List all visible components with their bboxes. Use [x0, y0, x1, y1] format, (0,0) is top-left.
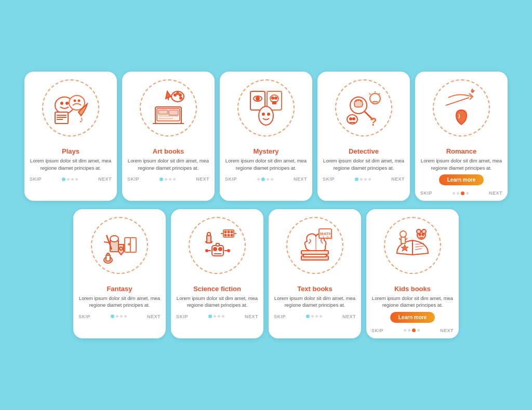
svg-point-62	[228, 250, 230, 252]
scifi-nav: SKIP NEXT	[171, 312, 263, 319]
dot-2	[311, 315, 314, 318]
mystery-skip[interactable]: SKIP	[225, 176, 237, 182]
svg-point-88	[417, 229, 421, 234]
svg-point-69	[231, 231, 233, 233]
artbooks-title: Art books	[153, 147, 184, 155]
svg-point-12	[174, 94, 176, 96]
textbooks-next[interactable]: NEXT	[342, 314, 356, 319]
dot-4	[417, 329, 420, 332]
card-scifi: Science fiction Lorem ipsum dolor sit di…	[171, 209, 263, 338]
svg-point-24	[256, 97, 259, 100]
svg-point-46	[110, 236, 118, 242]
kidsbooks-icon-area	[366, 209, 459, 282]
dot-1	[404, 329, 406, 332]
detective-next[interactable]: NEXT	[391, 176, 405, 182]
artbooks-next[interactable]: NEXT	[196, 176, 209, 182]
romance-skip[interactable]: SKIP	[420, 190, 432, 196]
scifi-skip[interactable]: SKIP	[176, 314, 188, 319]
mystery-desc: Lorem ipsum dolor sit dim amet, mea regi…	[220, 157, 312, 171]
romance-icon-area	[415, 72, 508, 144]
textbooks-nav: SKIP NEXT	[269, 312, 361, 319]
kidsbooks-learn-more-button[interactable]: Learn more	[390, 312, 435, 323]
romance-title: Romance	[446, 147, 477, 155]
dot-2	[67, 178, 70, 181]
dot-4	[173, 178, 176, 181]
plays-icon-area: ♪	[24, 72, 117, 144]
svg-point-68	[228, 231, 230, 233]
romance-nav: SKIP NEXT	[415, 188, 508, 196]
dot-3	[169, 178, 171, 181]
svg-point-57	[219, 248, 222, 251]
kidsbooks-skip[interactable]: SKIP	[371, 328, 383, 333]
scifi-dashed-circle	[189, 217, 246, 274]
svg-point-42	[353, 118, 355, 120]
dot-2	[116, 315, 118, 318]
main-container: ♪ Plays Lorem ipsum dolor sit dim amet, …	[11, 72, 521, 338]
svg-point-13	[177, 92, 179, 94]
detective-title: Detective	[349, 147, 379, 155]
detective-icon-area: ?	[317, 72, 410, 144]
textbooks-title: Text books	[297, 285, 332, 293]
romance-learn-more-button[interactable]: Learn more	[439, 174, 484, 185]
fantasy-nav: SKIP NEXT	[73, 312, 166, 319]
mystery-icon	[245, 87, 287, 129]
svg-rect-58	[216, 243, 219, 246]
romance-dashed-circle	[433, 79, 490, 136]
fantasy-skip[interactable]: SKIP	[78, 314, 90, 319]
svg-rect-77	[301, 251, 328, 254]
dot-4	[271, 178, 273, 181]
fantasy-icon-area	[73, 209, 166, 282]
svg-text:1 2 3: 1 2 3	[322, 235, 332, 240]
svg-point-91	[422, 234, 424, 236]
kidsbooks-icon	[392, 225, 433, 266]
artbooks-dots	[159, 177, 176, 181]
dot-3	[120, 315, 123, 318]
artbooks-icon-area	[122, 72, 215, 144]
dot-2	[408, 329, 410, 332]
textbooks-skip[interactable]: SKIP	[274, 314, 286, 319]
dot-1	[111, 315, 114, 318]
plays-icon: ♪	[50, 87, 91, 129]
kidsbooks-next[interactable]: NEXT	[440, 328, 454, 333]
romance-next[interactable]: NEXT	[489, 190, 502, 196]
dot-3	[461, 192, 464, 195]
scifi-next[interactable]: NEXT	[245, 314, 258, 319]
dot-3	[315, 315, 318, 318]
kidsbooks-dots	[404, 329, 420, 332]
textbooks-desc: Lorem ipsum dolor sit dim amet, mea regi…	[269, 295, 361, 309]
dot-2	[457, 192, 459, 195]
dot-4	[466, 192, 469, 195]
svg-rect-18	[158, 110, 168, 114]
detective-nav: SKIP NEXT	[317, 174, 410, 182]
romance-dots	[453, 192, 469, 195]
plays-next[interactable]: NEXT	[98, 176, 112, 182]
dot-2	[261, 177, 265, 181]
svg-point-67	[225, 231, 227, 233]
svg-point-14	[179, 94, 181, 96]
plays-title: Plays	[62, 147, 79, 155]
mystery-next[interactable]: NEXT	[294, 176, 307, 182]
detective-skip[interactable]: SKIP	[323, 176, 335, 182]
fantasy-next[interactable]: NEXT	[147, 314, 161, 319]
plays-desc: Lorem ipsum dolor sit dim amet, mea regi…	[24, 157, 117, 171]
detective-desc: Lorem ipsum dolor sit dim amet, mea regi…	[317, 157, 410, 171]
svg-point-28	[275, 97, 277, 99]
svg-line-39	[369, 93, 370, 94]
scifi-icon	[196, 225, 238, 266]
plays-skip[interactable]: SKIP	[30, 176, 42, 182]
scifi-title: Science fiction	[193, 285, 241, 293]
card-fantasy: Fantasy Lorem ipsum dolor sit dim amet, …	[73, 209, 166, 338]
dot-3	[364, 178, 367, 181]
kidsbooks-title: Kids books	[394, 285, 431, 293]
dot-3	[267, 178, 269, 181]
artbooks-skip[interactable]: SKIP	[127, 176, 139, 182]
artbooks-dashed-circle	[140, 79, 197, 136]
scifi-desc: Lorem ipsum dolor sit dim amet, mea regi…	[171, 295, 263, 309]
plays-dots	[62, 177, 78, 181]
svg-line-44	[446, 98, 469, 105]
romance-desc: Lorem ipsum dolor sit dim amet, mea regi…	[415, 157, 508, 171]
mystery-dashed-circle	[237, 79, 295, 136]
dot-1	[257, 178, 260, 181]
textbooks-dots	[306, 315, 322, 318]
svg-point-60	[206, 250, 208, 252]
